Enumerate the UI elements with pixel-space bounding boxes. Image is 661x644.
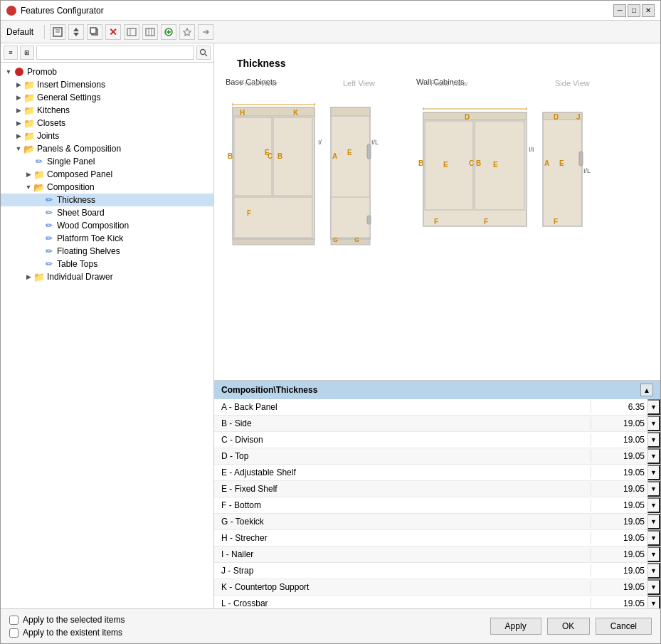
svg-rect-35 [331, 107, 370, 116]
toolbar-btn-3[interactable] [87, 24, 102, 40]
title-bar-left: Features Configurator [6, 6, 104, 16]
tree-item-thickness[interactable]: ▶ ✏ Thickness [1, 194, 213, 206]
wall-cabinet-side-svg: D J A E F [539, 102, 596, 248]
tree-label-promob: Promob [27, 67, 57, 77]
svg-text:B: B [418, 159, 423, 167]
maximize-button[interactable]: □ [628, 4, 640, 17]
tree-expand-kitchens[interactable]: ▶ [14, 105, 23, 115]
tree-label-kitchens: Kitchens [37, 105, 70, 115]
toolbar-btn-8[interactable] [198, 24, 213, 40]
data-row-dropdown-btn[interactable]: ▼ [647, 497, 660, 513]
tree-item-wood-composition[interactable]: ▶ ✏ Wood Composition [1, 219, 213, 232]
apply-button[interactable]: Apply [490, 618, 541, 635]
toolbar-btn-5[interactable] [142, 24, 158, 40]
checkbox-existent-items-input[interactable] [9, 628, 18, 638]
data-row-dropdown-btn[interactable]: ▼ [647, 579, 660, 595]
base-cabinets-group: Base Cabinets Front View Left View [226, 78, 381, 248]
tree-expand-promob[interactable]: ▼ [4, 67, 14, 77]
tree-item-panels-composition[interactable]: ▼ 📂 Panels & Composition [1, 142, 213, 155]
data-row-label: A - Back Panel [214, 401, 591, 413]
tree-expand-panels-composition[interactable]: ▼ [14, 144, 23, 154]
data-row-value: 19.05 [591, 597, 647, 608]
svg-text:E: E [265, 149, 270, 157]
data-row-dropdown-btn[interactable]: ▼ [647, 530, 660, 546]
footer-buttons: Apply OK Cancel [490, 618, 652, 635]
toolbar-btn-delete[interactable]: ✕ [105, 24, 121, 40]
toolbar-btn-2[interactable] [68, 24, 84, 40]
tree-item-composed-panel[interactable]: ▶ 📁 Composed Panel [1, 168, 213, 181]
base-cabinet-left-svg: A E I/L G G [327, 102, 381, 248]
checkbox-selected-items-input[interactable] [9, 616, 18, 625]
tree-item-insert-dimensions[interactable]: ▶ 📁 Insert Dimensions [1, 78, 213, 91]
tree-item-individual-drawer[interactable]: ▶ 📁 Individual Drawer [1, 270, 213, 283]
tree-item-kitchens[interactable]: ▶ 📁 Kitchens [1, 104, 213, 117]
tree-item-platform-toe-kick[interactable]: ▶ ✏ Platform Toe Kick [1, 232, 213, 245]
svg-rect-7 [127, 28, 136, 36]
tree-expand-insert-dimensions[interactable]: ▶ [14, 80, 23, 90]
tree-label-joints: Joints [37, 131, 59, 141]
close-button[interactable]: ✕ [642, 4, 655, 17]
svg-rect-6 [90, 28, 96, 33]
toolbar-btn-6[interactable] [161, 24, 176, 40]
tree-item-composition[interactable]: ▼ 📂 Composition [1, 181, 213, 194]
data-row-dropdown-btn[interactable]: ▼ [647, 465, 660, 480]
tree-search-button[interactable] [196, 46, 211, 60]
data-row-dropdown-btn[interactable]: ▼ [647, 596, 660, 608]
data-row-label: G - Toekick [214, 515, 591, 528]
checkbox-existent-items[interactable]: Apply to the existent items [9, 628, 125, 638]
tree-expand-composition[interactable]: ▼ [23, 182, 33, 192]
svg-text:A: A [544, 159, 549, 167]
tree-item-table-tops[interactable]: ▶ ✏ Table Tops [1, 258, 213, 270]
data-row: L - Crossbar 19.05 ▼ [214, 596, 660, 608]
data-row-dropdown-btn[interactable]: ▼ [647, 448, 660, 464]
toolbar-btn-1[interactable] [50, 24, 65, 40]
data-row-dropdown-btn[interactable]: ▼ [647, 481, 660, 497]
svg-rect-46 [423, 112, 527, 120]
tree-item-single-panel[interactable]: ▶ ✏ Single Panel [1, 155, 213, 168]
data-row-dropdown-btn[interactable]: ▼ [647, 399, 660, 415]
data-row: I - Nailer 19.05 ▼ [214, 547, 660, 563]
tree-expand-joints[interactable]: ▶ [14, 131, 23, 141]
wall-cabinet-front-svg: D B C B E E I/L [416, 102, 534, 248]
tree-item-closets[interactable]: ▶ 📁 Closets [1, 117, 213, 130]
tree-label-sheet-board: Sheet Board [57, 208, 105, 218]
tree-expand-individual-drawer[interactable]: ▶ [23, 272, 33, 282]
data-row-dropdown-btn[interactable]: ▼ [647, 432, 660, 448]
tree-item-general-settings[interactable]: ▶ 📁 General Settings [1, 91, 213, 104]
tree-expand-composed-panel[interactable]: ▶ [23, 169, 33, 179]
data-row-dropdown-btn[interactable]: ▼ [647, 563, 660, 579]
data-row-label: F - Bottom [214, 499, 591, 512]
footer-checkboxes: Apply to the selected items Apply to the… [9, 615, 125, 638]
data-collapse-button[interactable]: ▲ [640, 384, 653, 396]
tree-expand-general-settings[interactable]: ▶ [14, 93, 23, 102]
tree-item-joints[interactable]: ▶ 📁 Joints [1, 130, 213, 142]
tree-collapse-all[interactable]: ≡ [4, 46, 18, 60]
toolbar-btn-4[interactable] [124, 24, 139, 40]
ok-button[interactable]: OK [547, 618, 590, 635]
data-row-dropdown-btn[interactable]: ▼ [647, 416, 660, 431]
tree-expand-closets[interactable]: ▶ [14, 118, 23, 128]
minimize-button[interactable]: ─ [613, 4, 626, 17]
tree-label-closets: Closets [37, 118, 65, 128]
tree-search-input[interactable] [36, 46, 194, 60]
cancel-button[interactable]: Cancel [596, 618, 652, 635]
checkbox-selected-items[interactable]: Apply to the selected items [9, 615, 125, 625]
toolbar-btn-7[interactable] [179, 24, 195, 40]
svg-text:D: D [554, 113, 559, 121]
svg-text:I/L: I/L [371, 139, 379, 146]
right-panel: Thickness Base Cabinets Front View [214, 43, 660, 608]
tree-item-floating-shelves[interactable]: ▶ ✏ Floating Shelves [1, 245, 213, 258]
data-row-value: 19.05 [591, 581, 647, 593]
data-row: A - Back Panel 6.35 ▼ [214, 399, 660, 416]
svg-rect-47 [425, 121, 473, 210]
tree-container: ▼ Promob ▶ 📁 Insert Dimensions ▶ 📁 Gener… [1, 63, 213, 608]
tree-item-promob[interactable]: ▼ Promob [1, 65, 213, 78]
tree-item-sheet-board[interactable]: ▶ ✏ Sheet Board [1, 206, 213, 219]
data-row-dropdown-btn[interactable]: ▼ [647, 547, 660, 562]
data-row-value: 19.05 [591, 466, 647, 479]
data-row-dropdown-btn[interactable]: ▼ [647, 514, 660, 529]
base-front-view-label: Front View [240, 79, 277, 88]
tree-expand-all[interactable]: ⊞ [20, 46, 34, 60]
toolbar-separator-1 [44, 25, 45, 39]
tree-icon-single-panel: ✏ [33, 156, 45, 167]
